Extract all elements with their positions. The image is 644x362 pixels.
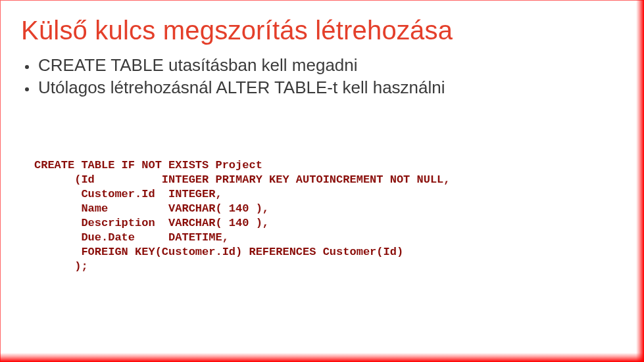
list-item: CREATE TABLE utasításban kell megadni	[38, 55, 605, 77]
code-block: CREATE TABLE IF NOT EXISTS Project (Id I…	[21, 158, 605, 275]
bullet-list: CREATE TABLE utasításban kell megadni Ut…	[21, 55, 605, 99]
slide-content: Külső kulcs megszorítás létrehozása CREA…	[0, 0, 644, 274]
list-item: Utólagos létrehozásnál ALTER TABLE-t kel…	[38, 77, 605, 99]
slide-bottom-edge	[0, 353, 644, 362]
slide-title: Külső kulcs megszorítás létrehozása	[21, 16, 605, 45]
slide-right-edge	[636, 0, 644, 362]
